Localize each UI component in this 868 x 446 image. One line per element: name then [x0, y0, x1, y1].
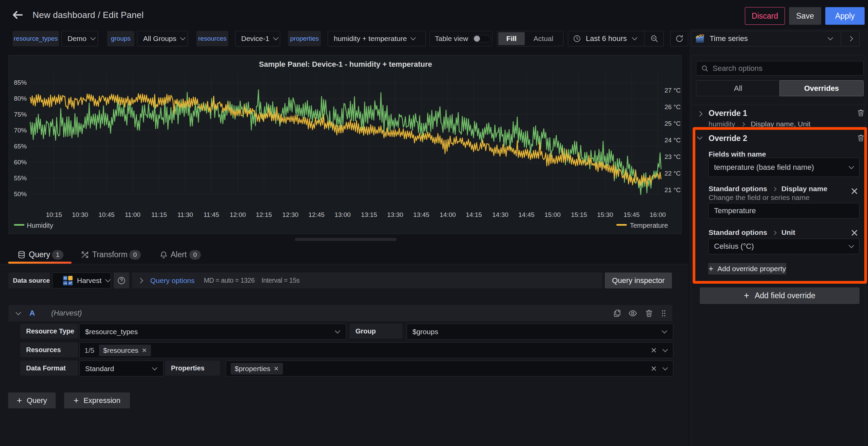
- svg-text:15:45: 15:45: [623, 211, 640, 218]
- svg-text:14:00: 14:00: [440, 211, 456, 218]
- svg-text:15:15: 15:15: [571, 211, 587, 218]
- svg-text:14:15: 14:15: [466, 211, 482, 218]
- svg-text:12:00: 12:00: [230, 211, 246, 218]
- svg-text:10:15: 10:15: [46, 211, 62, 218]
- svg-text:25 °C: 25 °C: [664, 120, 681, 127]
- svg-text:60%: 60%: [14, 159, 27, 166]
- svg-text:Humidity: Humidity: [27, 222, 53, 229]
- svg-text:13:00: 13:00: [334, 211, 351, 218]
- svg-text:65%: 65%: [14, 143, 27, 150]
- svg-text:12:15: 12:15: [256, 211, 272, 218]
- svg-text:26 °C: 26 °C: [664, 103, 681, 110]
- svg-text:22 °C: 22 °C: [664, 170, 681, 177]
- svg-text:24 °C: 24 °C: [664, 137, 681, 144]
- svg-text:21 °C: 21 °C: [664, 186, 681, 194]
- svg-text:13:15: 13:15: [361, 211, 377, 218]
- svg-text:23 °C: 23 °C: [664, 153, 681, 160]
- svg-text:50%: 50%: [14, 190, 27, 198]
- svg-text:85%: 85%: [14, 79, 27, 86]
- svg-text:11:00: 11:00: [125, 211, 140, 218]
- svg-text:Temperature: Temperature: [630, 222, 668, 229]
- svg-text:70%: 70%: [14, 127, 27, 134]
- svg-text:13:30: 13:30: [387, 211, 403, 218]
- svg-text:12:30: 12:30: [282, 211, 298, 218]
- svg-text:10:30: 10:30: [72, 211, 88, 218]
- svg-text:75%: 75%: [14, 111, 27, 118]
- svg-text:12:45: 12:45: [308, 211, 325, 218]
- svg-text:15:00: 15:00: [544, 211, 561, 218]
- svg-text:15:30: 15:30: [597, 211, 613, 218]
- svg-text:11:15: 11:15: [151, 211, 167, 218]
- svg-text:27 °C: 27 °C: [664, 87, 681, 94]
- svg-text:11:45: 11:45: [204, 211, 219, 218]
- svg-text:10:45: 10:45: [98, 211, 115, 218]
- svg-text:13:45: 13:45: [413, 211, 429, 218]
- svg-text:16:00: 16:00: [650, 211, 666, 218]
- svg-text:14:45: 14:45: [518, 211, 535, 218]
- svg-text:55%: 55%: [14, 175, 27, 182]
- svg-text:14:30: 14:30: [492, 211, 508, 218]
- svg-text:11:30: 11:30: [177, 211, 193, 218]
- svg-text:80%: 80%: [14, 95, 27, 102]
